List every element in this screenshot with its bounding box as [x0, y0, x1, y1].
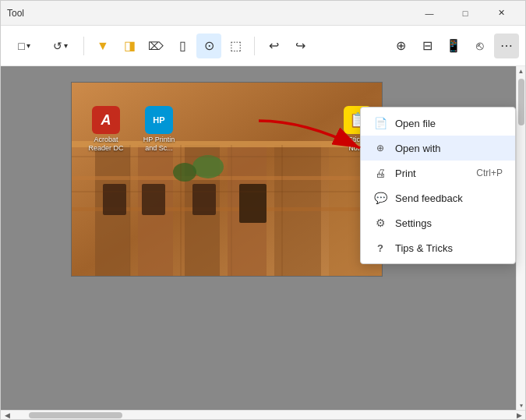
scroll-left-arrow[interactable]: ◀ — [1, 411, 13, 419]
maximize-button[interactable]: □ — [447, 1, 483, 26]
open-file-icon: 📄 — [373, 116, 387, 130]
menu-item-tips-tricks[interactable]: ? Tips & Tricks — [361, 235, 515, 260]
sticky-note-button[interactable]: ◨ — [117, 34, 142, 58]
open-file-label: Open file — [395, 118, 503, 129]
settings-icon: ⚙ — [373, 216, 387, 230]
scroll-up-arrow[interactable]: ▲ — [517, 66, 526, 76]
highlight-button[interactable]: ▼ — [90, 34, 115, 58]
history-dropdown-icon: ▾ — [64, 41, 68, 50]
scroll-thumb[interactable] — [518, 79, 524, 125]
toolbar-separator-1 — [83, 37, 84, 55]
mobile-icon: 📱 — [446, 38, 461, 53]
zoom-out-icon: ⊟ — [422, 38, 432, 53]
close-button[interactable]: ✕ — [483, 1, 519, 26]
print-icon: 🖨 — [373, 166, 387, 180]
share-icon: ⎋ — [476, 39, 484, 53]
print-label: Print — [395, 168, 468, 179]
toolbar-group-left: □ ▾ ↺ ▾ — [7, 34, 77, 58]
share-button[interactable]: ⎋ — [468, 34, 492, 58]
zoom-in-button[interactable]: ⊕ — [388, 34, 413, 58]
vertical-scrollbar[interactable]: ▲ ▾ — [516, 66, 525, 410]
crop-button[interactable]: ▯ — [170, 34, 195, 58]
minimize-button[interactable]: — — [411, 1, 447, 26]
title-bar: Tool — □ ✕ — [1, 1, 525, 26]
redo-icon: ↪ — [295, 38, 305, 53]
main-window: Tool — □ ✕ □ ▾ ↺ ▾ ▼ ◨ — [0, 0, 526, 420]
h-scroll-thumb[interactable] — [29, 412, 122, 418]
eraser-button[interactable]: ⌦ — [143, 34, 168, 58]
toolbar-group-undo: ↩ ↪ — [261, 34, 312, 58]
menu-item-open-file[interactable]: 📄 Open file — [361, 111, 515, 136]
undo-button[interactable]: ↩ — [261, 34, 286, 58]
menu-item-send-feedback[interactable]: 💬 Send feedback — [361, 185, 515, 210]
undo-icon: ↩ — [269, 38, 279, 53]
sticky-note-icon: ◨ — [124, 38, 136, 53]
menu-item-print[interactable]: 🖨 Print Ctrl+P — [361, 161, 515, 185]
new-button[interactable]: □ ▾ — [7, 34, 41, 58]
open-with-icon: ⊕ — [373, 141, 387, 155]
window-title: Tool — [7, 8, 411, 19]
acrobat-icon[interactable]: A AcrobatReader DC — [81, 106, 131, 153]
history-icon: ↺ — [53, 40, 62, 52]
window-controls: — □ ✕ — [411, 1, 519, 26]
desktop-icons: A AcrobatReader DC HP HP Printinand Sc..… — [72, 83, 382, 276]
rotate-button[interactable]: ⬚ — [223, 34, 248, 58]
context-menu: 📄 Open file ⊕ Open with 🖨 Print Ctrl+P 💬… — [360, 107, 516, 264]
tips-tricks-label: Tips & Tricks — [395, 242, 503, 254]
more-icon: ⋯ — [500, 38, 513, 53]
toolbar-separator-2 — [254, 37, 255, 55]
toolbar: □ ▾ ↺ ▾ ▼ ◨ ⌦ ▯ ⊙ — [1, 26, 525, 66]
document-view: A AcrobatReader DC HP HP Printinand Sc..… — [71, 82, 383, 277]
print-shortcut: Ctrl+P — [476, 168, 503, 178]
redo-button[interactable]: ↪ — [288, 34, 312, 58]
open-with-label: Open with — [395, 143, 503, 154]
menu-item-open-with[interactable]: ⊕ Open with — [361, 136, 515, 161]
send-feedback-icon: 💬 — [373, 191, 387, 205]
zoom-out-button[interactable]: ⊟ — [415, 34, 440, 58]
mobile-view-button[interactable]: 📱 — [441, 34, 466, 58]
menu-item-settings[interactable]: ⚙ Settings — [361, 210, 515, 235]
more-button[interactable]: ⋯ — [494, 34, 519, 58]
send-feedback-label: Send feedback — [395, 192, 503, 204]
settings-label: Settings — [395, 217, 503, 229]
history-button[interactable]: ↺ ▾ — [43, 34, 77, 58]
rotate-icon: ⬚ — [230, 38, 242, 53]
zoom-in-icon: ⊕ — [396, 38, 406, 53]
toolbar-group-right: ⊕ ⊟ 📱 ⎋ ⋯ — [388, 34, 519, 58]
scroll-down-arrow[interactable]: ▾ — [517, 401, 526, 410]
crop-icon: ▯ — [179, 38, 186, 53]
main-area: A AcrobatReader DC HP HP Printinand Sc..… — [1, 66, 525, 410]
hp-icon[interactable]: HP HP Printinand Sc... — [134, 106, 184, 153]
toolbar-group-tools: ▼ ◨ ⌦ ▯ ⊙ ⬚ — [90, 34, 248, 58]
tips-tricks-icon: ? — [373, 241, 387, 255]
highlight-icon: ▼ — [97, 39, 109, 53]
lasso-button[interactable]: ⊙ — [196, 34, 221, 58]
lasso-icon: ⊙ — [204, 38, 214, 53]
horizontal-scrollbar[interactable]: ◀ ▶ — [1, 410, 525, 419]
eraser-icon: ⌦ — [148, 40, 164, 52]
scroll-right-arrow[interactable]: ▶ — [513, 411, 525, 419]
new-icon: □ — [18, 40, 24, 52]
new-dropdown-icon: ▾ — [26, 41, 30, 50]
